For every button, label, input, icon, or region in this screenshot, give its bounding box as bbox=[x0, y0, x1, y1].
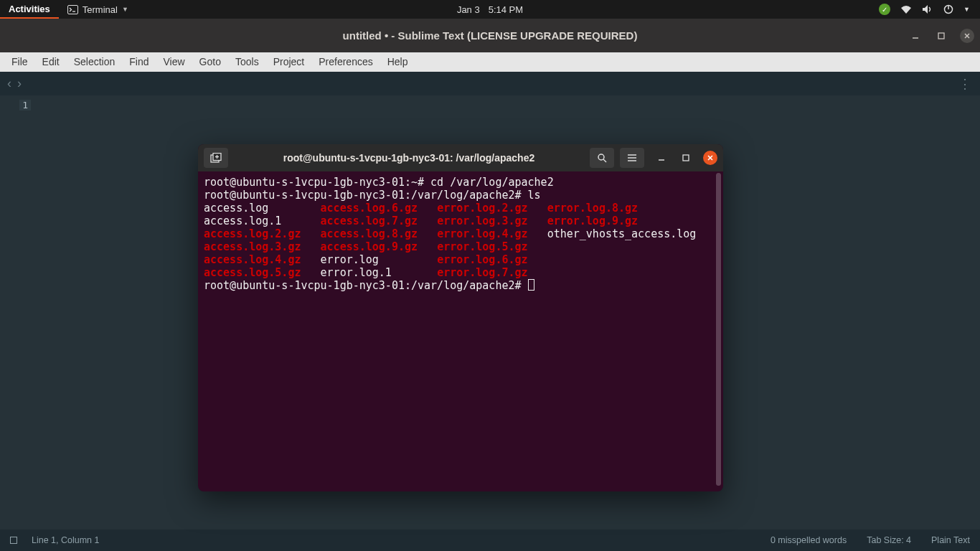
status-tabsize[interactable]: Tab Size: 4 bbox=[867, 535, 911, 545]
close-button[interactable] bbox=[960, 29, 974, 43]
hamburger-menu-button[interactable] bbox=[620, 148, 644, 168]
activities-button[interactable]: Activities bbox=[0, 0, 59, 19]
power-icon[interactable] bbox=[943, 4, 953, 14]
terminal-scrollbar[interactable] bbox=[716, 173, 721, 486]
nav-back-icon[interactable]: ‹ bbox=[7, 76, 11, 91]
sublime-menubar: File Edit Selection Find View Goto Tools… bbox=[0, 52, 980, 72]
svg-point-12 bbox=[598, 154, 604, 160]
status-ok-icon[interactable]: ✓ bbox=[879, 4, 890, 15]
sublime-statusbar: Line 1, Column 1 0 misspelled words Tab … bbox=[0, 529, 980, 551]
sublime-titlebar[interactable]: untitled • - Sublime Text (LICENSE UPGRA… bbox=[0, 19, 980, 52]
terminal-titlebar[interactable]: root@ubuntu-s-1vcpu-1gb-nyc3-01: /var/lo… bbox=[198, 144, 723, 171]
menu-edit[interactable]: Edit bbox=[35, 52, 67, 72]
app-menu[interactable]: Terminal ▼ bbox=[59, 4, 137, 15]
chevron-down-icon: ▼ bbox=[122, 6, 128, 13]
terminal-minimize-button[interactable] bbox=[654, 151, 669, 165]
clock-time: 5:14 PM bbox=[489, 4, 523, 15]
network-icon[interactable] bbox=[900, 5, 912, 14]
status-position[interactable]: Line 1, Column 1 bbox=[32, 535, 100, 545]
terminal-maximize-button[interactable] bbox=[679, 151, 693, 165]
search-button[interactable] bbox=[590, 148, 614, 168]
maximize-button[interactable] bbox=[934, 29, 948, 43]
clock-date: Jan 3 bbox=[457, 4, 480, 15]
terminal-body[interactable]: root@ubuntu-s-1vcpu-1gb-nyc3-01:~# cd /v… bbox=[198, 171, 723, 491]
sublime-tabstrip: ‹ › ⋮ bbox=[0, 72, 980, 95]
svg-rect-0 bbox=[67, 5, 77, 14]
app-menu-label: Terminal bbox=[83, 4, 118, 15]
panel-switcher-icon[interactable] bbox=[10, 537, 17, 544]
window-title: untitled • - Sublime Text (LICENSE UPGRA… bbox=[343, 29, 638, 42]
menu-preferences[interactable]: Preferences bbox=[311, 52, 380, 72]
svg-line-13 bbox=[603, 159, 606, 162]
new-tab-button[interactable] bbox=[204, 148, 228, 168]
status-spell[interactable]: 0 misspelled words bbox=[771, 535, 847, 545]
minimize-button[interactable] bbox=[908, 29, 923, 43]
status-syntax[interactable]: Plain Text bbox=[931, 535, 970, 545]
volume-icon[interactable] bbox=[922, 4, 933, 14]
tab-overflow-icon[interactable]: ⋮ bbox=[958, 76, 973, 92]
menu-find[interactable]: Find bbox=[122, 52, 156, 72]
line-number: 1 bbox=[19, 100, 31, 110]
menu-view[interactable]: View bbox=[156, 52, 192, 72]
terminal-close-button[interactable] bbox=[703, 151, 717, 165]
menu-help[interactable]: Help bbox=[380, 52, 415, 72]
nav-forward-icon[interactable]: › bbox=[17, 76, 22, 91]
svg-rect-5 bbox=[938, 33, 944, 39]
terminal-icon bbox=[67, 5, 78, 14]
gutter: 1 bbox=[0, 95, 39, 529]
terminal-window: root@ubuntu-s-1vcpu-1gb-nyc3-01: /var/lo… bbox=[198, 144, 723, 491]
svg-rect-18 bbox=[683, 155, 689, 161]
menu-goto[interactable]: Goto bbox=[192, 52, 228, 72]
chevron-down-icon[interactable]: ▼ bbox=[963, 6, 970, 13]
menu-selection[interactable]: Selection bbox=[67, 52, 123, 72]
menu-project[interactable]: Project bbox=[266, 52, 312, 72]
menu-tools[interactable]: Tools bbox=[228, 52, 266, 72]
gnome-topbar: Activities Terminal ▼ Jan 3 5:14 PM ✓ ▼ bbox=[0, 0, 980, 19]
clock[interactable]: Jan 3 5:14 PM bbox=[457, 4, 523, 15]
terminal-title: root@ubuntu-s-1vcpu-1gb-nyc3-01: /var/lo… bbox=[234, 152, 584, 164]
menu-file[interactable]: File bbox=[4, 52, 35, 72]
